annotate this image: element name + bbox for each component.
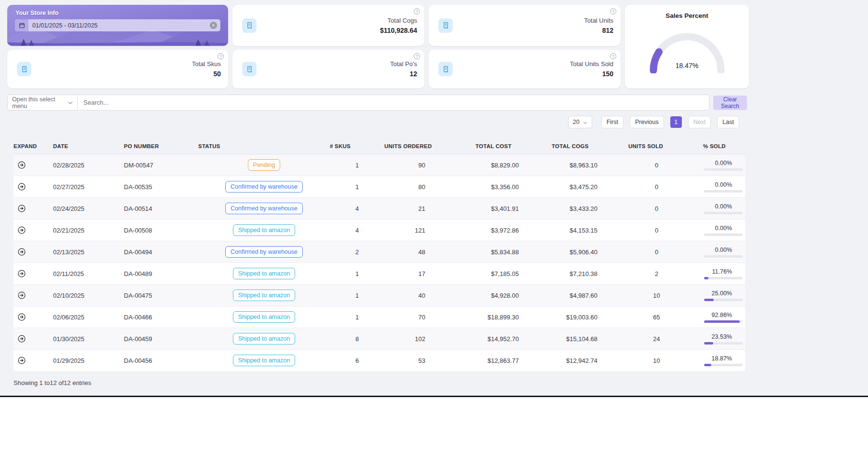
clear-date-icon[interactable]: ×	[210, 22, 217, 29]
header-units-ordered: UNITS ORDERED	[384, 139, 475, 154]
row-total-cogs: $8,963.10	[552, 154, 628, 176]
row-date: 02/28/2025	[53, 154, 124, 176]
status-badge: Shipped to amazon	[233, 268, 296, 279]
row-pct-sold: 23.53%	[704, 333, 743, 340]
stat-value: 150	[570, 70, 613, 78]
expand-row-button[interactable]	[17, 356, 26, 365]
status-badge: Pending	[248, 159, 281, 171]
table-row: 01/29/2025DA-00456Shipped to amazon653$1…	[14, 350, 745, 372]
row-po-number: DA-00489	[124, 263, 198, 285]
dashboard-page: Your Store Info ×	[0, 0, 868, 396]
purchase-orders-table: EXPAND DATE PO NUMBER STATUS # SKUS UNIT…	[14, 139, 745, 372]
row-total-cogs: $15,104.68	[552, 328, 628, 350]
pct-progress-bar	[704, 342, 743, 345]
row-date: 02/21/2025	[53, 220, 124, 241]
first-page-button[interactable]: First	[601, 116, 624, 128]
stat-value: $110,928.64	[380, 27, 417, 34]
table-row: 02/27/2025DA-00535Confirmed by warehouse…	[14, 176, 745, 198]
row-date: 02/06/2025	[53, 306, 124, 328]
gauge-title: Sales Percent	[665, 12, 708, 19]
gauge-value: 18.47%	[645, 62, 730, 69]
help-icon[interactable]: ?	[414, 8, 420, 14]
row-total-cost: $5,834.88	[475, 241, 552, 263]
total-units-card: Total Units 812 ?	[429, 5, 621, 46]
receipt-icon	[242, 62, 257, 76]
header-date: DATE	[53, 139, 124, 154]
date-range-input[interactable]	[28, 22, 210, 29]
expand-row-button[interactable]	[17, 313, 26, 321]
table-row: 02/11/2025DA-00489Shipped to amazon117$7…	[14, 263, 745, 285]
header-skus: # SKUS	[330, 139, 384, 154]
status-badge: Shipped to amazon	[233, 311, 296, 323]
row-total-cost: $8,829.00	[475, 154, 552, 176]
row-pct-sold: 11.76%	[704, 268, 743, 275]
page-size-value: 20	[573, 119, 580, 125]
row-total-cogs: $4,987.60	[552, 285, 628, 306]
page-size-select[interactable]: 20	[568, 116, 592, 128]
total-units-sold-card: Total Units Sold 150 ?	[429, 50, 621, 88]
row-skus: 6	[330, 350, 384, 372]
total-skus-card: Total Skus 50 ?	[7, 50, 228, 88]
row-po-number: DM-00547	[124, 154, 198, 176]
row-skus: 4	[330, 198, 384, 220]
row-total-cost: $7,185.05	[475, 263, 552, 285]
previous-page-button[interactable]: Previous	[630, 116, 664, 128]
expand-row-button[interactable]	[17, 182, 26, 191]
chevron-down-icon	[68, 101, 73, 104]
row-skus: 1	[330, 176, 384, 198]
row-skus: 1	[330, 285, 384, 306]
help-icon[interactable]: ?	[414, 53, 420, 59]
row-pct-sold: 0.00%	[704, 160, 743, 166]
pct-progress-bar	[704, 277, 743, 279]
row-po-number: DA-00535	[124, 176, 198, 198]
row-pct-sold: 0.00%	[704, 247, 743, 253]
last-page-button[interactable]: Last	[717, 116, 739, 128]
expand-row-button[interactable]	[17, 248, 26, 256]
calendar-icon[interactable]	[15, 19, 28, 31]
current-page-button[interactable]: 1	[670, 116, 682, 128]
table-row: 01/30/2025DA-00459Shipped to amazon8102$…	[14, 328, 745, 350]
next-page-button[interactable]: Next	[688, 116, 711, 128]
status-badge: Confirmed by warehouse	[225, 203, 303, 214]
expand-row-button[interactable]	[17, 334, 26, 343]
stat-label: Total Skus	[192, 60, 221, 68]
row-total-cogs: $3,475.20	[552, 176, 628, 198]
expand-row-button[interactable]	[17, 269, 26, 278]
table-row: 02/28/2025DM-00547Pending190$8,829.00$8,…	[14, 154, 745, 176]
help-icon[interactable]: ?	[610, 53, 616, 59]
date-range-picker[interactable]: ×	[15, 19, 220, 31]
expand-row-button[interactable]	[17, 161, 26, 169]
status-badge: Shipped to amazon	[233, 290, 296, 301]
pct-progress-bar	[704, 364, 743, 366]
row-date: 02/27/2025	[53, 176, 124, 198]
row-po-number: DA-00459	[124, 328, 198, 350]
table-row: 02/06/2025DA-00466Shipped to amazon170$1…	[14, 306, 745, 328]
help-icon[interactable]: ?	[217, 53, 224, 59]
expand-row-button[interactable]	[17, 226, 26, 234]
row-skus: 8	[330, 328, 384, 350]
pct-progress-bar	[704, 190, 743, 193]
row-units-ordered: 40	[384, 285, 475, 306]
filter-select-label: Open this select menu	[12, 96, 68, 110]
pct-progress-bar	[704, 234, 743, 236]
search-input[interactable]	[77, 95, 709, 110]
store-card-title: Your Store Info	[7, 5, 228, 16]
expand-row-button[interactable]	[17, 291, 26, 300]
row-units-ordered: 17	[384, 263, 475, 285]
row-units-sold: 10	[628, 285, 703, 306]
clear-search-button[interactable]: Clear Search	[713, 96, 747, 110]
row-total-cost: $12,863.77	[475, 350, 552, 372]
row-units-sold: 0	[628, 220, 703, 241]
row-pct-sold: 18.87%	[704, 355, 743, 362]
row-units-sold: 0	[628, 241, 703, 263]
row-pct-sold: 25.00%	[704, 290, 743, 297]
chevron-down-icon	[583, 119, 587, 125]
row-skus: 1	[330, 263, 384, 285]
filter-select[interactable]: Open this select menu	[7, 95, 78, 110]
row-po-number: DA-00456	[124, 350, 198, 372]
row-total-cogs: $19,003.60	[552, 306, 628, 328]
expand-row-button[interactable]	[17, 204, 26, 213]
help-icon[interactable]: ?	[610, 8, 616, 14]
row-pct-sold: 92.86%	[704, 312, 743, 318]
pct-progress-bar	[704, 168, 743, 171]
